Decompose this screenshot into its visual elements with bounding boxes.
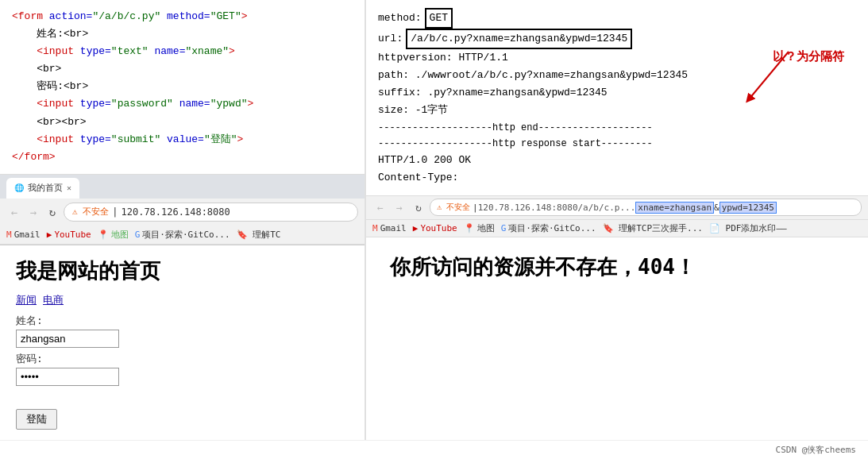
- bm-map-right[interactable]: 📍 地图: [464, 222, 495, 234]
- gmail-icon: M: [6, 230, 12, 240]
- bm-project-right[interactable]: G 项目·探索·GitCo...: [501, 222, 596, 234]
- code-pwd-tag: <input: [37, 98, 80, 110]
- code-line-7: <br><br>: [12, 114, 353, 131]
- code-line-5: 密码:<br>: [12, 78, 353, 95]
- code-submit-type-val: "submit": [111, 133, 160, 145]
- method-label: method:: [378, 10, 422, 27]
- form-section: 姓名: 密码: 登陆: [16, 314, 349, 430]
- code-submit-value: value=: [160, 133, 204, 145]
- bookmarks-bar-right: M Gmail ▶ YouTube 📍 地图 G 项目·探索·GitCo... …: [366, 220, 868, 237]
- code-name-attr: name=: [149, 45, 186, 57]
- tab-bar-left: 🌐 我的首页 ✕: [0, 175, 365, 199]
- back-btn-right[interactable]: ←: [372, 199, 388, 215]
- bookmark-other[interactable]: 🔖 理解TC: [237, 229, 281, 241]
- name-label: 姓名:: [16, 314, 349, 328]
- page-main-title: 我是网站的首页: [16, 257, 349, 285]
- code-submit-tag: <input: [37, 133, 80, 145]
- address-text-left: |: [112, 206, 118, 218]
- content-type-line: Content-Type:: [378, 169, 856, 187]
- main-container: <form action="/a/b/c.py" method="GET"> 姓…: [0, 0, 868, 440]
- bm-tcp-right[interactable]: 🔖 理解TCP三次握手...: [603, 222, 703, 234]
- name-input[interactable]: [16, 330, 119, 348]
- browser-right: ← → ↻ ⚠ 不安全 | 120.78.126.148:8080/a/b/c.…: [366, 195, 868, 440]
- forward-btn-right[interactable]: →: [392, 199, 407, 215]
- address-bar-right[interactable]: ⚠ 不安全 | 120.78.126.148:8080/a/b/c.p... x…: [430, 199, 862, 216]
- refresh-btn-right[interactable]: ↻: [411, 199, 426, 215]
- status-line: HTTP/1.0 200 OK: [378, 152, 856, 169]
- bm-youtube-right[interactable]: ▶ YouTube: [413, 223, 457, 233]
- bookmarks-bar-left: M Gmail ▶ YouTube 📍 地图 G 项目·探索·GitCo...: [0, 226, 365, 245]
- code-input-close: >: [229, 45, 235, 57]
- other-label: 🔖 理解TC: [237, 229, 281, 241]
- addr-part2: ypwd=12345: [719, 202, 777, 214]
- project-icon-r: G: [501, 223, 507, 233]
- code-line-9: </form>: [12, 148, 353, 166]
- footer-credit: CSDN @侠客cheems: [776, 444, 856, 456]
- gmail-icon-r: M: [372, 223, 378, 233]
- bookmark-gmail[interactable]: M Gmail: [6, 230, 41, 240]
- code-pwd-name: name=: [173, 98, 210, 110]
- submit-button[interactable]: 登陆: [16, 409, 57, 430]
- map-label-r: 地图: [477, 222, 495, 234]
- project-label-r: 项目·探索·GitCo...: [508, 222, 596, 234]
- tab-favicon: 🌐: [14, 183, 24, 192]
- refresh-button[interactable]: ↻: [44, 204, 60, 220]
- code-line-1: <form action="/a/b/c.py" method="GET">: [12, 8, 353, 25]
- active-tab[interactable]: 🌐 我的首页 ✕: [6, 178, 79, 199]
- left-panel: <form action="/a/b/c.py" method="GET"> 姓…: [0, 0, 365, 440]
- forward-button[interactable]: →: [25, 204, 41, 220]
- youtube-icon-r: ▶: [413, 223, 419, 233]
- url-label: url:: [378, 30, 403, 48]
- code-pwd-close: >: [247, 98, 253, 110]
- code-input-tag: <input: [37, 45, 80, 57]
- bookmark-map[interactable]: 📍 地图: [98, 229, 129, 241]
- right-panel: method: GET url: /a/b/c.py?xname=zhangsa…: [366, 0, 868, 440]
- addr-amp: &: [714, 202, 719, 213]
- link-news[interactable]: 新闻: [16, 293, 37, 307]
- method-line: method: GET: [378, 8, 856, 29]
- http-info-block: method: GET url: /a/b/c.py?xname=zhangsa…: [366, 0, 868, 195]
- gmail-label-r: Gmail: [380, 223, 407, 233]
- browser-left: 🌐 我的首页 ✕ ← → ↻ ⚠ 不安全 | 120.78.126.148:80…: [0, 175, 365, 440]
- security-warning-right: ⚠ 不安全: [437, 202, 470, 213]
- footer: CSDN @侠客cheems: [0, 440, 868, 459]
- code-type-attr: type=: [80, 45, 111, 57]
- map-icon: 📍: [98, 230, 109, 240]
- security-warning-left: ⚠ 不安全: [72, 206, 109, 218]
- code-val: "/a/b/c.py": [92, 10, 160, 22]
- annotation-text: 以？为分隔符: [773, 48, 844, 68]
- pwd-label: 密码:: [16, 352, 349, 366]
- project-label: 项目·探索·GitCo...: [142, 229, 230, 241]
- tcp-label-r: 🔖 理解TCP三次握手...: [603, 222, 703, 234]
- pdf-label-r: 📄 PDF添加水印——: [709, 222, 787, 234]
- address-bar-left[interactable]: ⚠ 不安全 | 120.78.126.148:8080: [64, 202, 358, 222]
- pwd-input[interactable]: [16, 368, 119, 386]
- map-icon-r: 📍: [464, 223, 475, 233]
- bookmark-youtube[interactable]: ▶ YouTube: [47, 230, 91, 240]
- code-line-6: <input type="password" name="ypwd">: [12, 95, 353, 113]
- method-value: GET: [425, 8, 453, 29]
- youtube-icon: ▶: [47, 230, 52, 240]
- http-end-line: --------------------http end------------…: [378, 120, 856, 136]
- tab-close-btn[interactable]: ✕: [67, 183, 71, 192]
- page-content-right: 你所访问的资源并不存在，404！: [366, 237, 868, 440]
- not-found-message: 你所访问的资源并不存在，404！: [390, 253, 844, 281]
- nav-bar-right: ← → ↻ ⚠ 不安全 | 120.78.126.148:8080/a/b/c.…: [366, 196, 868, 220]
- code-tag-end: >: [241, 10, 248, 22]
- link-shop[interactable]: 电商: [43, 293, 64, 307]
- code-line-3: <input type="text" name="xname">: [12, 43, 353, 60]
- browser-chrome-left: 🌐 我的首页 ✕ ← → ↻ ⚠ 不安全 | 120.78.126.148:80…: [0, 175, 365, 245]
- page-content-left: 我是网站的首页 新闻 电商 姓名: 密码: 登陆: [0, 245, 365, 440]
- youtube-label: YouTube: [54, 230, 91, 240]
- bm-pdf-right[interactable]: 📄 PDF添加水印——: [709, 222, 787, 234]
- code-submit-close: >: [237, 133, 243, 145]
- code-submit-value-val: "登陆": [204, 133, 237, 145]
- bookmark-project[interactable]: G 项目·探索·GitCo...: [135, 229, 230, 241]
- bm-gmail-right[interactable]: M Gmail: [372, 223, 407, 233]
- project-icon: G: [135, 230, 141, 240]
- code-attr: action=: [49, 10, 93, 22]
- code-tag: <form: [12, 10, 49, 22]
- back-button[interactable]: ←: [6, 204, 22, 220]
- code-form-close: </form>: [12, 151, 56, 163]
- gmail-label: Gmail: [14, 230, 41, 240]
